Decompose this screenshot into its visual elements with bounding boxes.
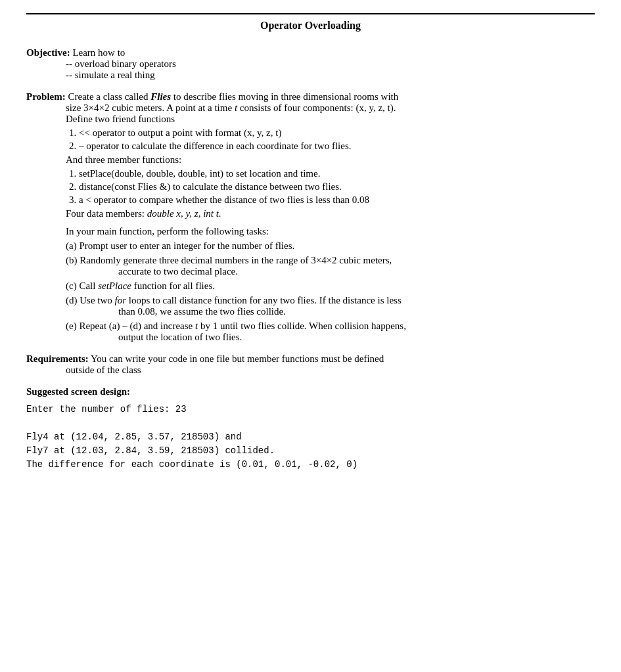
objective-item-2: -- simulate a real thing: [66, 70, 595, 81]
suggested-section: Suggested screen design: Enter the numbe…: [26, 386, 595, 472]
task-d-text: Use two: [80, 295, 112, 305]
task-b-text2: accurate to two decimal place.: [118, 266, 595, 277]
objective-section: Objective: Learn how to -- overload bina…: [26, 47, 595, 81]
friend-item-1: << operator to output a point with forma…: [79, 127, 595, 139]
problem-intro-text: Create a class called: [68, 91, 148, 102]
friend-item-2: – operator to calculate the difference i…: [79, 141, 595, 152]
code-block: Enter the number of flies: 23 Fly4 at (1…: [26, 403, 595, 472]
problem-line2: size 3×4×2 cubic meters. A point at a ti…: [66, 102, 595, 114]
requirements-label: Requirements:: [26, 353, 89, 364]
objective-item-1: -- overload binary operators: [66, 58, 595, 70]
member-item-1: setPlace(double, double, double, int) to…: [79, 168, 595, 179]
objective-label: Objective:: [26, 47, 70, 58]
main-tasks-intro: In your main function, perform the follo…: [66, 226, 595, 237]
page-title: Operator Overloading: [26, 13, 595, 35]
data-members-text: double x, y, z, int t.: [147, 208, 221, 219]
task-c-label: (c): [66, 280, 79, 291]
member-functions-list: setPlace(double, double, double, int) to…: [79, 168, 595, 206]
define-friend: Define two friend functions: [66, 114, 595, 125]
task-a-label: (a): [66, 240, 79, 251]
member-functions-intro: And three member functions:: [66, 154, 595, 166]
friend-functions-list: << operator to output a point with forma…: [79, 127, 595, 152]
problem-intro2: to describe flies moving in three dimens…: [173, 91, 398, 102]
requirements-text2: outside of the class: [66, 365, 595, 376]
task-b-text: Randomly generate three decimal numbers …: [80, 255, 392, 265]
problem-classname: Flies: [150, 91, 171, 102]
main-tasks-section: In your main function, perform the follo…: [66, 226, 595, 343]
task-c-text: Call: [79, 280, 95, 291]
task-b: (b) Randomly generate three decimal numb…: [66, 255, 595, 277]
task-a: (a) Prompt user to enter an integer for …: [66, 240, 595, 252]
t-italic: t: [235, 102, 237, 113]
task-e-text: Repeat (a) – (d) and increase: [79, 321, 193, 331]
task-e-text4: output the location of two flies.: [118, 332, 595, 343]
task-c: (c) Call setPlace function for all flies…: [66, 280, 595, 292]
objective-intro-text: Learn how to: [72, 47, 125, 58]
task-e-label: (e): [66, 321, 79, 331]
task-c-italic: setPlace: [98, 280, 131, 291]
suggested-label: Suggested screen design:: [26, 386, 595, 397]
data-members-line: Four data members: double x, y, z, int t…: [66, 208, 595, 219]
requirements-section: Requirements: You can write your code in…: [26, 353, 595, 376]
task-d-italic: for: [115, 295, 127, 305]
task-d-text3: loops to call distance function for any …: [129, 295, 402, 305]
task-e-text3: by 1 until two flies collide. When colli…: [200, 321, 406, 331]
task-b-label: (b): [66, 255, 80, 265]
task-e: (e) Repeat (a) – (d) and increase t by 1…: [66, 321, 595, 343]
member-item-2: distance(const Flies &) to calculate the…: [79, 181, 595, 192]
task-c-text3: function for all flies.: [134, 280, 215, 291]
problem-label: Problem:: [26, 91, 66, 102]
problem-line2b: consists of four components: (x, y, z, t…: [240, 102, 396, 113]
task-d-label: (d): [66, 295, 80, 305]
problem-section: Problem: Create a class called Flies to …: [26, 91, 595, 343]
objective-items: -- overload binary operators -- simulate…: [66, 58, 595, 81]
task-d: (d) Use two for loops to call distance f…: [66, 295, 595, 317]
member-item-3: a < operator to compare whether the dist…: [79, 194, 595, 206]
requirements-text: You can write your code in one file but …: [91, 353, 384, 364]
task-e-italic: t: [195, 321, 198, 331]
data-members-label: Four data members:: [66, 208, 145, 219]
task-a-text: Prompt user to enter an integer for the …: [79, 240, 294, 251]
task-d-text4: than 0.08, we assume the two flies colli…: [118, 306, 595, 317]
